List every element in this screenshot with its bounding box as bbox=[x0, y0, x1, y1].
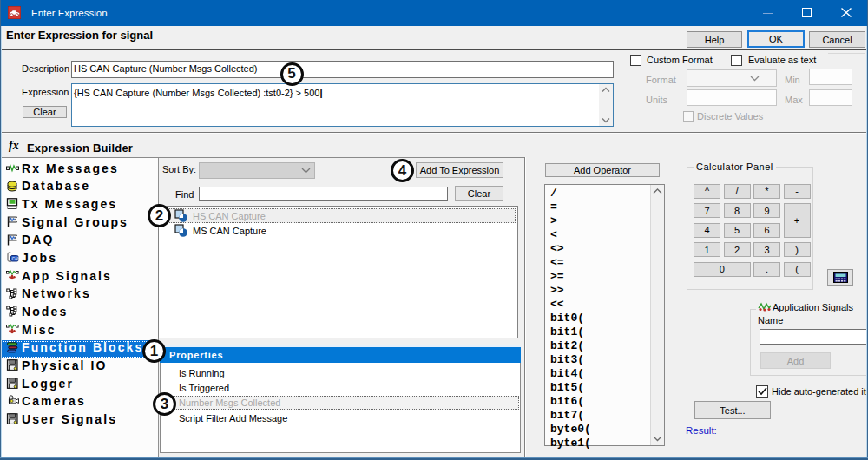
svg-text:CAN: CAN bbox=[12, 257, 19, 261]
